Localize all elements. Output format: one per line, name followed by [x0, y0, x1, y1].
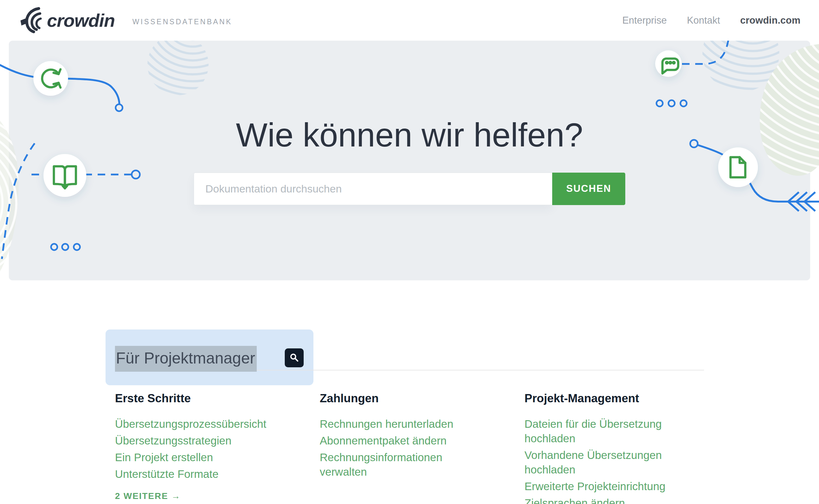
- kb-link[interactable]: Übersetzungsstrategien: [115, 434, 232, 447]
- top-navbar: crowdin WISSENSDATENBANK Enterprise Kont…: [0, 0, 819, 41]
- column-heading: Zahlungen: [320, 391, 499, 406]
- column-zahlungen: Zahlungen Rechnungen herunterladen Abonn…: [320, 391, 499, 504]
- search-button[interactable]: SUCHEN: [552, 173, 625, 205]
- kb-link[interactable]: Ein Projekt erstellen: [115, 451, 213, 463]
- section-title-row: Für Projektmanager: [115, 329, 704, 385]
- list-item: Übersetzungsprozessübersicht: [115, 417, 287, 431]
- nav-links: Enterprise Kontakt crowdin.com: [622, 15, 800, 26]
- list-item: Rechnungsinformationen verwalten: [320, 450, 491, 479]
- more-link[interactable]: 2 WEITERE →: [115, 491, 181, 501]
- list-item: Vorhandene Übersetzungen hochladen: [524, 448, 696, 477]
- hero-section: Wie können wir helfen? SUCHEN: [0, 41, 819, 280]
- search-input[interactable]: [194, 173, 552, 205]
- nav-link-enterprise[interactable]: Enterprise: [622, 15, 667, 26]
- list-item: Unterstützte Formate: [115, 467, 287, 481]
- kb-link[interactable]: Erweiterte Projekteinrichtung: [524, 480, 665, 492]
- search-selection-button[interactable]: [285, 348, 304, 367]
- nav-link-crowdin-com[interactable]: crowdin.com: [740, 15, 800, 26]
- list-item: Dateien für die Übersetzung hochladen: [524, 417, 696, 446]
- kb-link[interactable]: Rechnungen herunterladen: [320, 418, 453, 430]
- kb-link[interactable]: Dateien für die Übersetzung hochladen: [524, 418, 662, 444]
- magnifier-icon: [289, 353, 299, 363]
- kb-link[interactable]: Übersetzungsprozessübersicht: [115, 418, 266, 430]
- kb-link[interactable]: Unterstützte Formate: [115, 468, 219, 480]
- kb-link[interactable]: Abonnementpaket ändern: [320, 434, 447, 447]
- site-subtitle: WISSENSDATENBANK: [132, 14, 232, 26]
- kb-link[interactable]: Zielsprachen ändern: [524, 497, 625, 504]
- list-item: Abonnementpaket ändern: [320, 433, 491, 448]
- selected-title-text: Für Projektmanager: [115, 346, 257, 372]
- nav-link-kontakt[interactable]: Kontakt: [687, 15, 720, 26]
- kb-link[interactable]: Rechnungsinformationen verwalten: [320, 451, 442, 478]
- list-item: Übersetzungsstrategien: [115, 433, 287, 448]
- knowledge-base-section: Für Projektmanager Erste Schritte Überse…: [115, 280, 704, 504]
- logo-wordmark: crowdin: [47, 10, 115, 31]
- search-bar: SUCHEN: [0, 173, 819, 205]
- link-columns: Erste Schritte Übersetzungsprozessübersi…: [115, 391, 704, 504]
- crowdin-logo[interactable]: crowdin: [19, 5, 115, 36]
- crowdin-swirl-icon: [19, 5, 44, 36]
- kb-link[interactable]: Vorhandene Übersetzungen hochladen: [524, 449, 662, 476]
- column-heading: Erste Schritte: [115, 391, 295, 406]
- list-item: Erweiterte Projekteinrichtung: [524, 479, 696, 494]
- list-item: Zielsprachen ändern: [524, 496, 696, 504]
- list-item: Ein Projekt erstellen: [115, 450, 287, 465]
- list-item: Rechnungen herunterladen: [320, 417, 491, 431]
- section-title: Für Projektmanager: [115, 346, 257, 372]
- hero-heading: Wie können wir helfen?: [0, 41, 819, 154]
- column-projekt-management: Projekt-Management Dateien für die Übers…: [524, 391, 704, 504]
- column-heading: Projekt-Management: [524, 391, 704, 406]
- column-erste-schritte: Erste Schritte Übersetzungsprozessübersi…: [115, 391, 295, 504]
